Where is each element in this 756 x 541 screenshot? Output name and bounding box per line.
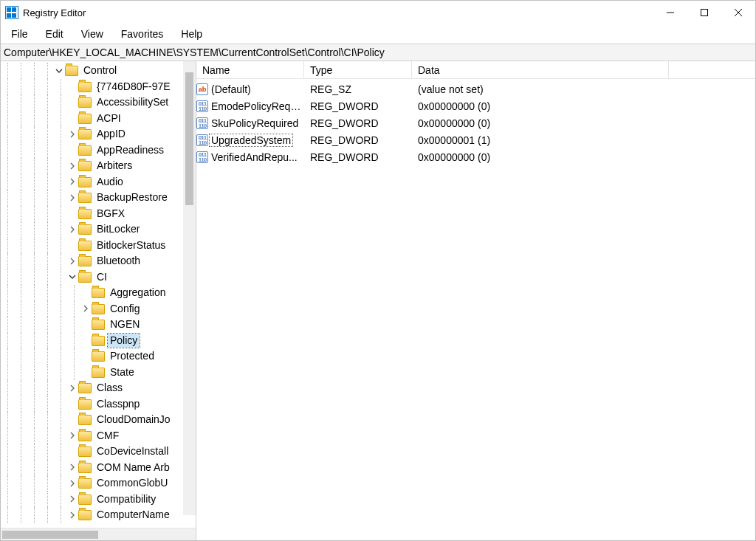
tree-node-label[interactable]: ComputerName — [94, 508, 172, 522]
tree-node[interactable]: BGFX — [1, 206, 196, 222]
tree-node[interactable]: CommonGlobU — [1, 475, 196, 492]
tree-node[interactable]: Config — [1, 301, 196, 317]
close-button[interactable] — [721, 1, 755, 24]
tree-node-label[interactable]: ACPI — [94, 111, 123, 125]
value-row[interactable]: 011110VerifiedAndRepu...REG_DWORD0x00000… — [196, 148, 755, 165]
tree-node[interactable]: ACPI — [1, 111, 196, 127]
tree-node-label[interactable]: COM Name Arb — [94, 461, 172, 475]
tree-node-label[interactable]: Control — [81, 63, 119, 77]
value-name-cell[interactable]: ab(Default) — [196, 83, 304, 95]
chevron-right-icon[interactable] — [67, 129, 78, 139]
tree-node[interactable]: ComputerName — [1, 507, 196, 523]
tree-scroll-area[interactable]: Control{7746D80F-97EAccessibilitySetACPI… — [1, 61, 196, 528]
tree-node-label[interactable]: NGEN — [108, 317, 142, 331]
tree-node-label[interactable]: CloudDomainJo — [94, 413, 173, 427]
chevron-right-icon[interactable] — [67, 193, 78, 203]
tree-node-label[interactable]: BGFX — [94, 207, 127, 221]
value-name[interactable]: VerifiedAndRepu... — [210, 151, 299, 163]
chevron-right-icon[interactable] — [67, 256, 78, 266]
tree-node[interactable]: BackupRestore — [1, 190, 196, 206]
tree-node[interactable]: Aggregation — [1, 285, 196, 301]
tree-node-label[interactable]: AccessibilitySet — [94, 95, 171, 109]
tree-node-label[interactable]: BitLocker — [94, 222, 142, 236]
menu-favorites[interactable]: Favorites — [114, 27, 171, 41]
tree-node[interactable]: BitLocker — [1, 221, 196, 238]
tree-node-label[interactable]: Bluetooth — [94, 254, 142, 268]
tree-node[interactable]: CI — [1, 269, 196, 286]
tree-node-label[interactable]: Classpnp — [94, 397, 142, 411]
chevron-right-icon[interactable] — [67, 478, 78, 489]
tree-node-label[interactable]: Aggregation — [108, 286, 168, 300]
horizontal-scrollbar-thumb[interactable] — [2, 531, 98, 539]
tree-node[interactable]: Arbiters — [1, 158, 196, 174]
address-path[interactable]: Computer\HKEY_LOCAL_MACHINE\SYSTEM\Curre… — [4, 46, 752, 58]
tree-node-label[interactable]: CommonGlobU — [94, 476, 170, 490]
chevron-right-icon[interactable] — [67, 161, 78, 171]
value-row[interactable]: ab(Default)REG_SZ(value not set) — [196, 80, 755, 97]
tree-node[interactable]: Policy — [1, 333, 196, 349]
vertical-scrollbar[interactable] — [183, 61, 196, 515]
value-name[interactable]: (Default) — [210, 83, 252, 95]
tree-node-label[interactable]: Audio — [94, 175, 126, 189]
value-row[interactable]: 011110EmodePolicyRequ...REG_DWORD0x00000… — [196, 97, 755, 114]
tree-node-label[interactable]: Compatibility — [94, 492, 158, 506]
value-name-cell[interactable]: 011110VerifiedAndRepu... — [196, 151, 304, 163]
chevron-right-icon[interactable] — [67, 176, 78, 187]
tree-node-label[interactable]: AppReadiness — [94, 143, 166, 157]
chevron-right-icon[interactable] — [67, 430, 78, 441]
tree-node-label[interactable]: Arbiters — [94, 159, 134, 173]
maximize-button[interactable] — [687, 1, 721, 24]
value-name[interactable]: SkuPolicyRequired — [210, 117, 300, 129]
tree-node-label[interactable]: BackupRestore — [94, 190, 170, 204]
tree-node-label[interactable]: BitlockerStatus — [94, 238, 168, 252]
chevron-right-icon[interactable] — [67, 383, 78, 393]
tree-node-label[interactable]: {7746D80F-97E — [94, 80, 173, 94]
tree-node-label[interactable]: Policy — [108, 334, 140, 348]
tree-node[interactable]: AppReadiness — [1, 142, 196, 159]
tree-node-label[interactable]: Protected — [108, 349, 157, 363]
tree-node-label[interactable]: CI — [94, 270, 109, 284]
value-name-cell[interactable]: 011110EmodePolicyRequ... — [196, 100, 304, 112]
value-row[interactable]: 011110SkuPolicyRequiredREG_DWORD0x000000… — [196, 114, 755, 131]
chevron-right-icon[interactable] — [67, 494, 78, 504]
tree-node[interactable]: CoDeviceInstall — [1, 444, 196, 460]
horizontal-scrollbar[interactable] — [1, 528, 196, 540]
value-name[interactable]: EmodePolicyRequ... — [210, 100, 304, 112]
tree-node-label[interactable]: State — [108, 365, 137, 379]
value-name[interactable]: UpgradedSystem — [210, 134, 292, 146]
menu-view[interactable]: View — [74, 27, 111, 41]
tree-node[interactable]: NGEN — [1, 317, 196, 333]
tree-node[interactable]: CloudDomainJo — [1, 412, 196, 428]
tree-node[interactable]: CMF — [1, 428, 196, 444]
tree-node[interactable]: COM Name Arb — [1, 460, 196, 476]
tree-node[interactable]: Classpnp — [1, 396, 196, 413]
chevron-down-icon[interactable] — [54, 66, 64, 76]
chevron-right-icon[interactable] — [80, 303, 91, 314]
chevron-right-icon[interactable] — [67, 224, 78, 235]
tree-node[interactable]: Audio — [1, 174, 196, 190]
tree-node[interactable]: Control — [1, 63, 196, 79]
column-header-data[interactable]: Data — [412, 61, 669, 78]
minimize-button[interactable] — [653, 1, 687, 24]
tree-node-label[interactable]: AppID — [94, 127, 128, 141]
tree-node[interactable]: Protected — [1, 348, 196, 365]
tree-node[interactable]: AccessibilitySet — [1, 94, 196, 111]
tree-node-label[interactable]: Class — [94, 381, 125, 395]
value-name-cell[interactable]: 011110SkuPolicyRequired — [196, 117, 304, 129]
tree-node[interactable]: BitlockerStatus — [1, 238, 196, 254]
vertical-scrollbar-thumb[interactable] — [185, 72, 193, 205]
chevron-right-icon[interactable] — [67, 462, 78, 472]
column-header-type[interactable]: Type — [304, 61, 412, 78]
tree-node-label[interactable]: CoDeviceInstall — [94, 444, 171, 458]
value-name-cell[interactable]: 011110UpgradedSystem — [196, 134, 304, 146]
tree-node[interactable]: Class — [1, 380, 196, 396]
menu-edit[interactable]: Edit — [38, 27, 71, 41]
column-header-name[interactable]: Name — [196, 61, 304, 78]
address-bar[interactable]: Computer\HKEY_LOCAL_MACHINE\SYSTEM\Curre… — [1, 44, 755, 61]
tree-node-label[interactable]: Config — [108, 302, 142, 316]
menu-file[interactable]: File — [4, 27, 35, 41]
value-row[interactable]: 011110UpgradedSystemREG_DWORD0x00000001 … — [196, 131, 755, 148]
tree-node[interactable]: Compatibility — [1, 492, 196, 508]
chevron-down-icon[interactable] — [67, 272, 78, 282]
tree-node[interactable]: Bluetooth — [1, 253, 196, 269]
